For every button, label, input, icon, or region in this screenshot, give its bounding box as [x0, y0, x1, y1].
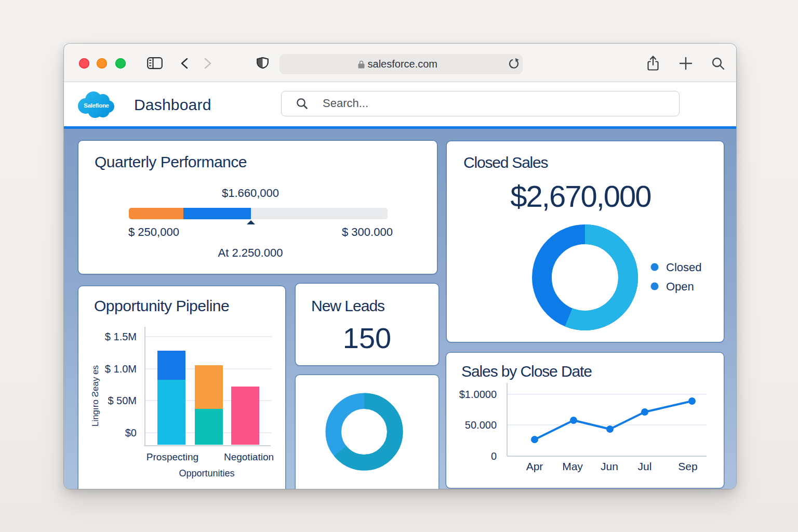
svg-text:Negotiation: Negotiation	[224, 451, 274, 462]
svg-text:$ 1.5M: $ 1.5M	[105, 331, 137, 342]
svg-text:Jul: Jul	[638, 460, 652, 472]
svg-text:Salefione: Salefione	[84, 102, 109, 109]
svg-text:Open: Open	[666, 280, 694, 293]
svg-text:0: 0	[491, 450, 497, 462]
svg-text:Lingıro Ƨeay es: Lingıro Ƨeay es	[90, 365, 100, 427]
svg-text:Opportunities: Opportunities	[179, 468, 234, 478]
svg-text:50.000: 50.000	[465, 419, 497, 431]
svg-text:Prospecting: Prospecting	[147, 451, 198, 462]
svg-text:Sep: Sep	[678, 460, 697, 472]
svg-text:Closed: Closed	[666, 261, 701, 274]
svg-text:$ 50M: $ 50M	[108, 395, 137, 406]
svg-text:May: May	[562, 460, 583, 472]
svg-text:$ 1.0M: $ 1.0M	[105, 363, 137, 375]
svg-text:$1.0000: $1.0000	[459, 389, 497, 400]
svg-text:Jun: Jun	[601, 460, 618, 472]
svg-text:$0: $0	[125, 427, 137, 438]
svg-text:Apr: Apr	[526, 460, 543, 472]
